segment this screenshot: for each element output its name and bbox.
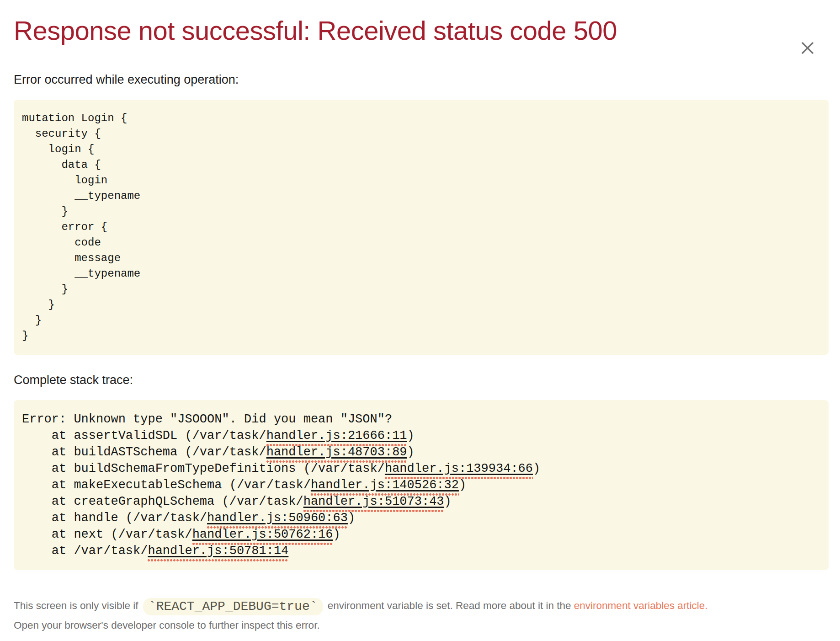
operation-code-block: mutation Login { security { login { data… <box>14 100 829 355</box>
stack-trace-line: Error: Unknown type "JSOOON". Did you me… <box>22 411 820 427</box>
dialog-title: Response not successful: Received status… <box>14 16 829 46</box>
stack-section: Complete stack trace: Error: Unknown typ… <box>14 373 829 570</box>
footer-visible-if-text: This screen is only visible if <box>14 600 141 611</box>
operation-section: Error occurred while executing operation… <box>14 73 829 355</box>
stack-location: handler.js:50762:16 <box>192 528 333 545</box>
footer: This screen is only visible if `REACT_AP… <box>14 596 829 635</box>
stack-trace-line: at createGraphQLSchema (/var/task/handle… <box>22 493 820 510</box>
footer-note-line1: This screen is only visible if `REACT_AP… <box>14 596 829 615</box>
operation-code: mutation Login { security { login { data… <box>22 111 820 344</box>
env-debug-pill: `REACT_APP_DEBUG=true` <box>143 598 323 615</box>
footer-note-line2: Open your browser's developer console to… <box>14 615 829 635</box>
stack-trace-code: Error: Unknown type "JSOOON". Did you me… <box>22 411 820 559</box>
stack-location: handler.js:51073:43 <box>303 495 444 512</box>
environment-variables-link[interactable]: environment variables article <box>574 600 705 611</box>
close-icon <box>801 41 814 55</box>
close-button[interactable] <box>800 40 815 56</box>
error-dialog: Response not successful: Received status… <box>0 16 840 641</box>
stack-location: handler.js:50781:14 <box>148 544 288 561</box>
footer-link-suffix: . <box>705 600 707 611</box>
operation-label: Error occurred while executing operation… <box>14 73 829 87</box>
stack-location: handler.js:139934:66 <box>385 462 533 479</box>
footer-env-set-text: environment variable is set. Read more a… <box>325 600 574 611</box>
stack-trace-line: at next (/var/task/handler.js:50762:16) <box>22 526 820 543</box>
stack-trace-block: Error: Unknown type "JSOOON". Did you me… <box>14 400 829 570</box>
stack-trace-line: at assertValidSDL (/var/task/handler.js:… <box>22 427 820 444</box>
stack-trace-line: at buildASTSchema (/var/task/handler.js:… <box>22 444 820 460</box>
stack-location: handler.js:50960:63 <box>207 511 348 529</box>
stack-trace-line: at handle (/var/task/handler.js:50960:63… <box>22 510 820 526</box>
stack-location: handler.js:48703:89 <box>266 445 407 463</box>
stack-trace-line: at makeExecutableSchema (/var/task/handl… <box>22 477 820 493</box>
stack-label: Complete stack trace: <box>14 373 829 387</box>
stack-location: handler.js:140526:32 <box>311 478 459 496</box>
stack-trace-line: at buildSchemaFromTypeDefinitions (/var/… <box>22 460 820 477</box>
stack-location: handler.js:21666:11 <box>266 429 407 446</box>
stack-trace-line: at /var/task/handler.js:50781:14 <box>22 543 820 559</box>
